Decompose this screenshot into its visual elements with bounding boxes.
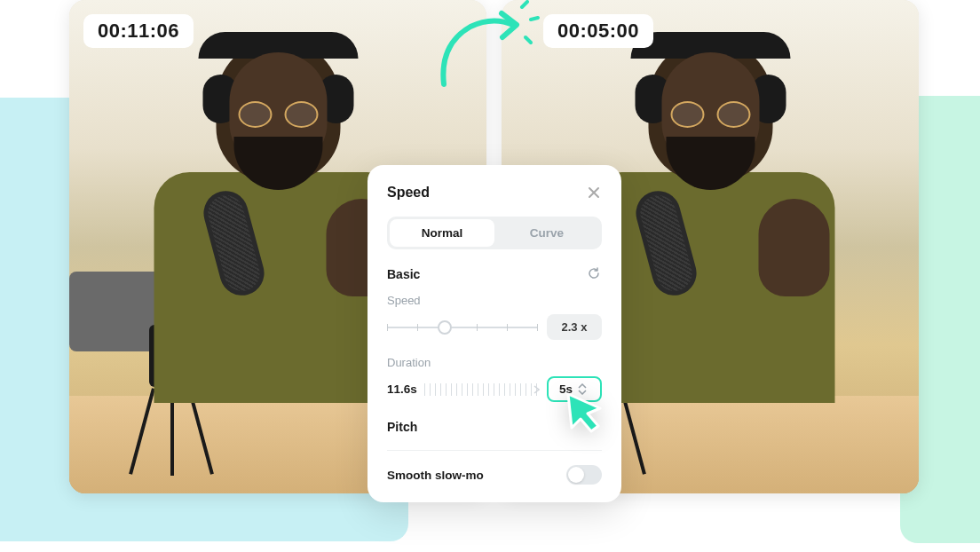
close-icon — [588, 186, 600, 199]
speed-value: 2.3 x — [547, 314, 602, 340]
slowmo-label: Smooth slow-mo — [387, 469, 484, 482]
timestamp-after: 00:05:00 — [543, 14, 653, 48]
duration-scale — [424, 383, 540, 396]
slowmo-toggle[interactable] — [566, 465, 602, 485]
speed-slider[interactable] — [387, 319, 538, 336]
reset-icon — [588, 267, 600, 280]
speed-panel: Speed Normal Curve Basic Speed 2.3 x Dur… — [368, 165, 621, 502]
speed-tabs: Normal Curve — [387, 217, 602, 249]
cursor-icon — [559, 389, 609, 438]
speed-field-label: Speed — [387, 294, 602, 307]
svg-line-2 — [526, 37, 531, 43]
tab-normal[interactable]: Normal — [390, 219, 494, 247]
svg-line-0 — [522, 2, 527, 7]
close-button[interactable] — [586, 185, 602, 201]
duration-field-label: Duration — [387, 356, 602, 369]
svg-line-1 — [531, 18, 538, 20]
basic-label: Basic — [387, 267, 420, 281]
divider — [387, 450, 602, 451]
arrow-right-icon — [533, 385, 540, 394]
duration-from: 11.6s — [387, 382, 417, 396]
arrow-icon — [426, 0, 541, 89]
timestamp-before: 00:11:06 — [83, 14, 194, 48]
reset-button[interactable] — [588, 267, 602, 281]
tab-curve[interactable]: Curve — [494, 219, 599, 247]
panel-title: Speed — [387, 185, 430, 201]
slider-thumb[interactable] — [438, 320, 452, 335]
